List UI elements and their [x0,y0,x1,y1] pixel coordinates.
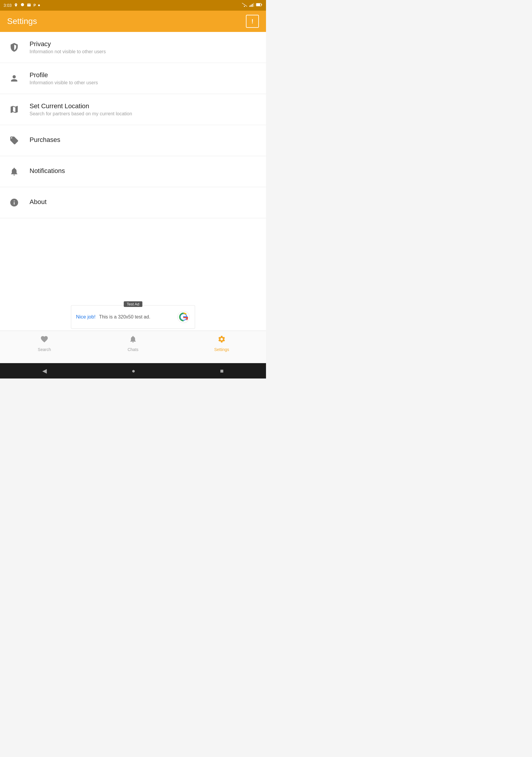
back-button[interactable]: ◀ [42,367,47,374]
profile-icon [7,71,21,85]
settings-gear-icon [218,335,226,346]
recents-button[interactable]: ■ [220,368,223,374]
mail-icon [27,3,31,8]
about-title: About [30,198,47,206]
bottom-nav: Search Chats Settings [0,331,266,363]
nav-item-search[interactable]: Search [27,335,62,352]
status-time: 3:03 [4,3,12,8]
location-subtitle: Search for partners based on my current … [30,111,132,116]
nav-item-settings[interactable]: Settings [204,335,239,352]
privacy-text: Privacy Information not visible to other… [30,40,106,54]
chats-bell-icon [129,335,137,346]
privacy-title: Privacy [30,40,106,48]
exclamation-icon: ! [251,18,253,25]
privacy-icon [7,40,21,54]
map-icon [7,102,21,116]
purchases-title: Purchases [30,136,60,144]
bell-icon [7,165,21,179]
page-title: Settings [7,16,37,26]
heart-icon [40,335,48,346]
about-text: About [30,198,47,207]
wifi-icon [242,3,247,8]
purchases-text: Purchases [30,136,60,145]
info-icon [7,196,21,210]
profile-text: Profile Information visible to other use… [30,71,98,85]
settings-item-notifications[interactable]: Notifications [0,156,266,187]
ad-nice-job: Nice job! [76,314,96,320]
profile-title: Profile [30,71,98,79]
settings-item-about[interactable]: About [0,187,266,218]
status-bar: 3:03 P [0,0,266,11]
location-title: Set Current Location [30,102,132,110]
settings-item-privacy[interactable]: Privacy Information not visible to other… [0,32,266,63]
settings-item-profile[interactable]: Profile Information visible to other use… [0,63,266,94]
action-button[interactable]: ! [246,15,259,28]
notif-icon: P [33,3,36,7]
alarm-icon [20,3,24,8]
status-bar-right [242,3,262,8]
ad-text: This is a 320x50 test ad. [99,314,173,320]
svg-rect-2 [252,4,253,7]
dot-icon [38,4,40,6]
nav-item-chats[interactable]: Chats [115,335,151,352]
ad-label: Test Ad [124,301,142,307]
settings-item-purchases[interactable]: Purchases [0,125,266,156]
svg-rect-5 [261,4,262,6]
privacy-subtitle: Information not visible to other users [30,49,106,54]
home-button[interactable]: ● [132,368,135,374]
svg-rect-1 [251,5,251,7]
settings-item-location[interactable]: Set Current Location Search for partners… [0,94,266,125]
location-icon [14,3,18,8]
location-text: Set Current Location Search for partners… [30,102,132,116]
svg-rect-0 [250,6,250,7]
nav-chats-label: Chats [128,347,139,352]
svg-rect-6 [256,4,260,6]
notifications-title: Notifications [30,167,65,175]
ad-banner[interactable]: Test Ad Nice job! This is a 320x50 test … [71,305,195,329]
nav-search-label: Search [38,347,51,352]
tag-icon [7,133,21,148]
status-bar-left: 3:03 P [4,3,40,8]
ad-logo [177,311,190,323]
signal-icon [249,3,254,8]
nav-settings-label: Settings [214,347,229,352]
notifications-text: Notifications [30,167,65,176]
app-bar: Settings ! [0,11,266,32]
battery-icon [256,3,262,8]
system-nav-bar: ◀ ● ■ [0,363,266,378]
profile-subtitle: Information visible to other users [30,80,98,85]
svg-rect-3 [253,3,254,7]
